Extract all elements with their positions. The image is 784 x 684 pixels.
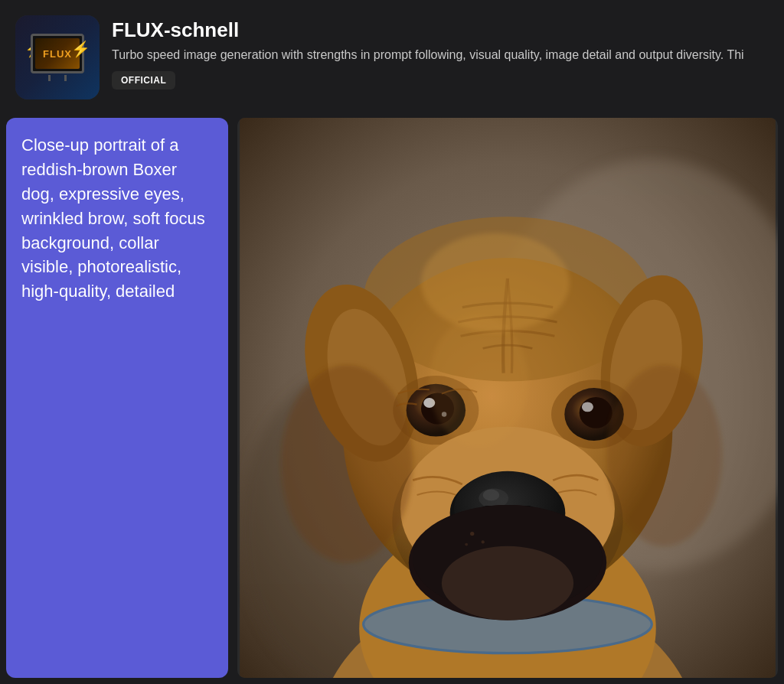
prompt-panel: Close-up portrait of a reddish-brown Box… xyxy=(6,118,228,678)
app-logo: ⚡ FLUX ⚡ xyxy=(15,15,100,99)
svg-point-34 xyxy=(482,540,485,543)
lightning-right-icon: ⚡ xyxy=(71,40,90,58)
prompt-text: Close-up portrait of a reddish-brown Box… xyxy=(21,133,213,304)
svg-point-27 xyxy=(483,489,500,500)
svg-point-20 xyxy=(580,397,612,428)
generated-image xyxy=(237,118,778,678)
boxer-dog-image xyxy=(237,118,778,678)
image-panel xyxy=(228,112,784,684)
main-content: Close-up portrait of a reddish-brown Box… xyxy=(0,112,784,684)
app-container: ⚡ FLUX ⚡ FLUX-schnell Turbo speed image … xyxy=(0,0,784,684)
official-badge: OFFICIAL xyxy=(112,71,175,90)
svg-point-39 xyxy=(430,315,528,447)
svg-point-36 xyxy=(281,365,413,562)
header-text: FLUX-schnell Turbo speed image generatio… xyxy=(112,15,769,90)
header: ⚡ FLUX ⚡ FLUX-schnell Turbo speed image … xyxy=(0,0,784,112)
svg-point-21 xyxy=(582,402,593,412)
svg-point-33 xyxy=(470,532,474,536)
app-title: FLUX-schnell xyxy=(112,18,769,42)
svg-point-38 xyxy=(421,233,570,332)
app-description: Turbo speed image generation with streng… xyxy=(112,47,769,64)
svg-point-32 xyxy=(442,546,573,620)
svg-point-35 xyxy=(465,543,468,546)
svg-point-37 xyxy=(606,365,722,546)
